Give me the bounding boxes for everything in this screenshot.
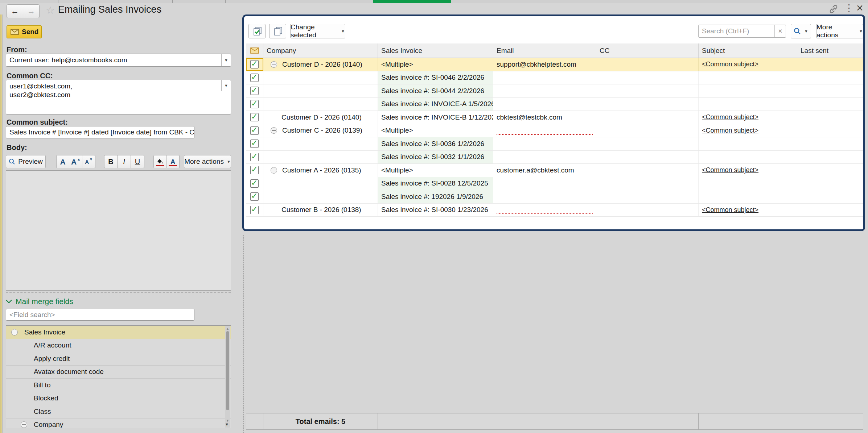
font-decrease-button[interactable]: A▼ [82,155,95,168]
collapse-expander-icon[interactable] [21,421,27,428]
font-color-button[interactable]: A [166,155,180,168]
italic-button[interactable]: I [118,155,131,168]
sales-invoice-cell[interactable]: Sales invoice #: SI-0032 1/1/2026 [378,151,493,164]
common-subject-link[interactable]: <Common subject> [702,127,758,134]
subject-cell[interactable] [699,84,797,97]
subject-cell[interactable] [699,190,797,203]
sales-invoice-cell[interactable]: Sales invoice #: SI-0044 2/2/2026 [378,84,493,97]
last-sent-cell[interactable] [797,111,863,124]
table-row[interactable]: Sales invoice #: SI-0032 1/1/2026 [246,151,863,164]
cc-cell[interactable] [596,71,699,84]
cc-cell[interactable] [596,111,699,124]
cc-cell[interactable] [596,190,699,203]
subject-cell[interactable] [699,177,797,190]
subject-cell[interactable]: <Common subject> [699,111,797,124]
last-sent-cell[interactable] [797,137,863,150]
row-checkbox[interactable] [250,100,259,108]
row-checkbox[interactable] [250,206,259,214]
common-subject-link[interactable]: <Common subject> [702,113,758,121]
company-cell[interactable] [263,177,378,190]
common-subject-link[interactable]: <Common subject> [702,166,758,174]
cc-cell[interactable] [596,151,699,164]
row-checkbox[interactable] [250,126,259,135]
sales-invoice-cell[interactable]: Sales invoice #: SI-0028 12/5/2025 [378,177,493,190]
cc-cell[interactable] [596,204,699,217]
cc-cell[interactable] [596,164,699,177]
send-button[interactable]: Send [7,25,42,38]
subject-cell[interactable]: <Common subject> [699,124,797,137]
company-cell[interactable]: Customer D - 2026 (0140) [263,111,378,124]
row-checkbox[interactable] [250,179,259,188]
field-search-input[interactable]: <Field search> [6,309,194,321]
change-selected-button[interactable]: Change selected ▼ [290,24,345,38]
row-checkbox-cell[interactable] [246,190,263,203]
scroll-up-icon[interactable]: ▲ [225,327,230,330]
font-button[interactable]: A [56,155,69,168]
subject-cell[interactable]: <Common subject> [699,164,797,177]
tree-item-bill-to[interactable]: Bill to [6,379,231,392]
last-sent-cell[interactable] [797,204,863,217]
grid-header-checkbox-column[interactable] [246,43,263,58]
tree-item-a-r-account[interactable]: A/R account [6,339,231,353]
sales-invoice-cell[interactable]: Sales invoice #: INVOICE-B 1/12/2026 [378,111,493,124]
collapse-expander-icon[interactable] [271,167,277,174]
email-cell[interactable] [493,204,596,217]
last-sent-cell[interactable] [797,190,863,203]
row-checkbox-cell[interactable] [246,204,263,217]
cc-cell[interactable] [596,98,699,111]
last-sent-cell[interactable] [797,71,863,84]
forward-button[interactable]: → [23,5,39,18]
tree-item-apply-credit[interactable]: Apply credit [6,352,231,366]
cc-cell[interactable] [596,177,699,190]
row-checkbox[interactable] [250,140,259,148]
back-button[interactable]: ← [7,5,23,18]
preview-button[interactable]: Preview [6,155,46,168]
row-checkbox-cell[interactable] [246,111,263,124]
tree-item-class[interactable]: Class [6,405,231,419]
last-sent-cell[interactable] [797,124,863,137]
sales-invoice-cell[interactable]: Sales invoice #: SI-0046 2/2/2026 [378,71,493,84]
editor-more-actions-button[interactable]: More actions ▼ [184,155,231,168]
last-sent-cell[interactable] [797,177,863,190]
tree-item-company[interactable]: Company [6,419,231,429]
row-checkbox-cell[interactable] [246,164,263,177]
more-menu-icon[interactable]: ⋮ [844,2,854,14]
vertical-splitter[interactable] [243,235,244,433]
font-increase-button[interactable]: A▲ [69,155,82,168]
from-select[interactable]: Current user: help@custombooks.com ▼ [6,54,231,67]
row-checkbox-cell[interactable] [246,151,263,164]
subject-cell[interactable]: <Common subject> [699,58,797,71]
email-cell[interactable] [493,124,596,137]
collapse-expander-icon[interactable] [271,127,277,134]
company-cell[interactable]: Customer D - 2026 (0140) [263,58,378,71]
email-cell[interactable] [493,151,596,164]
chevron-down-icon[interactable]: ▼ [221,80,231,91]
uncheck-all-button[interactable] [269,24,286,38]
table-row[interactable]: Sales invoice #: INVOICE-A 1/5/2026 [246,98,863,111]
close-icon[interactable]: ✕ [856,3,864,13]
collapse-expander-icon[interactable] [11,329,18,336]
cc-cell[interactable] [596,137,699,150]
table-row[interactable]: Sales invoice #: SI-0044 2/2/2026 [246,84,863,98]
underline-button[interactable]: U [131,155,144,168]
company-cell[interactable]: Customer B - 2026 (0138) [263,204,378,217]
email-cell[interactable]: customer.a@cbktest.com [493,164,596,177]
sales-invoice-cell[interactable]: Sales invoice #: SI-0036 1/2/2026 [378,137,493,150]
last-sent-cell[interactable] [797,98,863,111]
table-row[interactable]: Sales invoice #: SI-0046 2/2/2026 [246,71,863,85]
scrollbar-thumb[interactable] [226,331,229,410]
email-cell[interactable] [493,177,596,190]
tree-item-sales-invoice[interactable]: Sales Invoice [6,326,231,339]
highlight-color-button[interactable] [153,155,166,168]
browser-tab-strip[interactable] [0,0,868,3]
table-row[interactable]: Sales invoice #: SI-0028 12/5/2025 [246,177,863,191]
table-row[interactable]: Customer C - 2026 (0139)<Multiple><Commo… [246,124,863,138]
row-checkbox[interactable] [250,113,259,121]
favorite-star-icon[interactable]: ☆ [46,4,55,16]
column-header-sales-invoice[interactable]: Sales Invoice [378,43,493,58]
email-cell[interactable] [493,84,596,97]
sales-invoice-cell[interactable]: <Multiple> [378,58,493,71]
cc-cell[interactable] [596,84,699,97]
last-sent-cell[interactable] [797,58,863,71]
company-cell[interactable] [263,71,378,84]
